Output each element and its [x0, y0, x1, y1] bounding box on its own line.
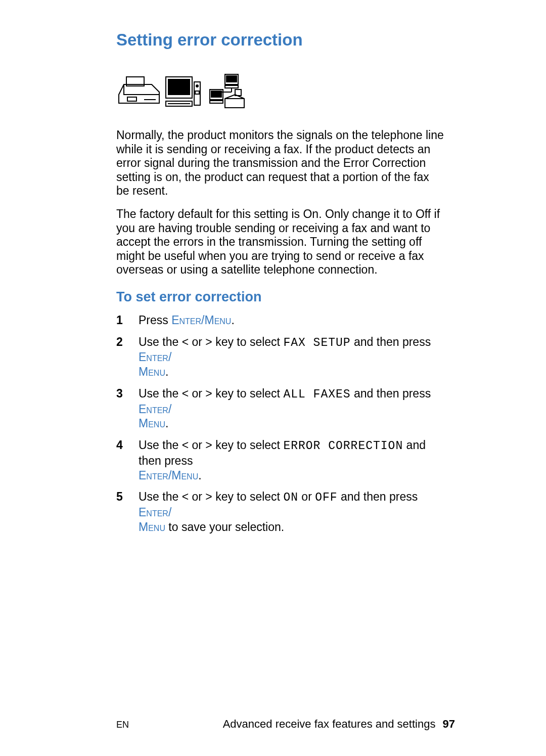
enter-menu-label: Enter/: [139, 506, 171, 519]
svg-rect-7: [195, 91, 199, 94]
step-3: 3 Use the < or > key to select ALL FAXES…: [116, 386, 445, 431]
step-number: 3: [116, 386, 123, 401]
display-on: ON: [283, 491, 298, 504]
svg-rect-16: [210, 101, 223, 103]
display-off: OFF: [315, 491, 337, 504]
step-text: Use the < or > key to select: [139, 490, 283, 503]
enter-menu-label: Enter/Menu: [139, 469, 198, 482]
page-title: Setting error correction: [116, 30, 455, 50]
step-number: 2: [116, 335, 123, 349]
paragraph-2: The factory default for this setting is …: [116, 207, 445, 277]
enter-menu-label: Enter/Menu: [171, 314, 231, 327]
footer-section: Advanced receive fax features and settin…: [223, 718, 436, 730]
svg-rect-2: [168, 79, 190, 95]
step-text: Use the < or > key to select: [139, 335, 283, 348]
step-2: 2 Use the < or > key to select FAX SETUP…: [116, 335, 445, 379]
footer-language: EN: [116, 720, 129, 730]
step-text: Press: [139, 314, 171, 327]
step-text: .: [231, 314, 234, 327]
footer-page-number: 97: [443, 718, 455, 730]
steps-list: 1 Press Enter/Menu. 2 Use the < or > key…: [116, 313, 445, 535]
step-text: to save your selection.: [165, 520, 284, 533]
step-5: 5 Use the < or > key to select ON or OFF…: [116, 490, 445, 534]
step-number: 1: [116, 313, 123, 328]
enter-menu-label: Menu: [139, 520, 165, 533]
svg-point-6: [196, 85, 198, 87]
step-number: 5: [116, 490, 123, 504]
enter-menu-label: Menu: [139, 417, 165, 430]
step-text: or: [298, 490, 315, 503]
svg-rect-10: [225, 85, 238, 88]
svg-rect-9: [226, 76, 237, 82]
step-text: and then press: [338, 490, 418, 503]
enter-menu-label: Menu: [139, 365, 165, 378]
display-fax-setup: FAX SETUP: [283, 336, 350, 349]
step-text: .: [165, 417, 168, 430]
enter-menu-label: Enter/: [139, 350, 171, 364]
page: Setting error correction: [0, 0, 546, 756]
step-text: .: [165, 365, 168, 378]
step-1: 1 Press Enter/Menu.: [116, 313, 445, 328]
step-text: and then press: [351, 387, 431, 400]
printer-computer-network-icon: [116, 72, 248, 112]
step-text: Use the < or > key to select: [139, 387, 283, 400]
display-error-correction: ERROR CORRECTION: [283, 439, 403, 453]
step-text: Use the < or > key to select: [139, 438, 283, 452]
step-text: .: [198, 469, 201, 482]
display-all-faxes: ALL FAXES: [283, 388, 350, 401]
step-4: 4 Use the < or > key to select ERROR COR…: [116, 438, 445, 482]
footer-right: Advanced receive fax features and settin…: [223, 718, 455, 731]
enter-menu-label: Enter/: [139, 403, 171, 416]
page-footer: EN Advanced receive fax features and set…: [116, 718, 455, 731]
device-icons: [116, 72, 455, 112]
procedure-heading: To set error correction: [116, 289, 455, 305]
paragraph-1: Normally, the product monitors the signa…: [116, 128, 445, 198]
svg-rect-15: [211, 91, 221, 97]
step-text: and then press: [351, 335, 431, 348]
step-number: 4: [116, 438, 123, 453]
